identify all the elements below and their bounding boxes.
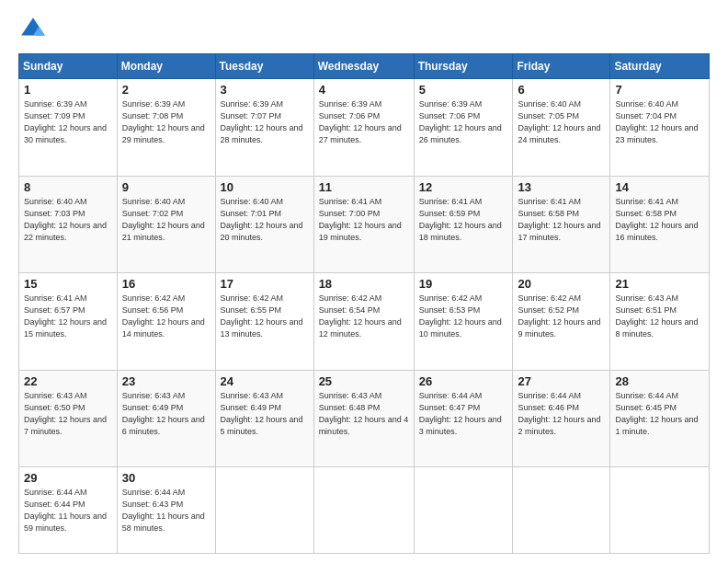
calendar-cell: 3 Sunrise: 6:39 AM Sunset: 7:07 PM Dayli… xyxy=(215,79,313,177)
day-info: Sunrise: 6:44 AM Sunset: 6:43 PM Dayligh… xyxy=(122,487,210,534)
day-info: Sunrise: 6:42 AM Sunset: 6:53 PM Dayligh… xyxy=(419,293,508,340)
calendar-cell: 2 Sunrise: 6:39 AM Sunset: 7:08 PM Dayli… xyxy=(117,79,215,177)
day-number: 4 xyxy=(319,83,409,97)
day-number: 29 xyxy=(24,471,112,485)
calendar-cell: 15 Sunrise: 6:41 AM Sunset: 6:57 PM Dayl… xyxy=(19,273,118,371)
day-number: 14 xyxy=(615,180,704,194)
day-info: Sunrise: 6:41 AM Sunset: 6:58 PM Dayligh… xyxy=(518,196,605,244)
day-number: 7 xyxy=(615,83,704,97)
day-info: Sunrise: 6:44 AM Sunset: 6:47 PM Dayligh… xyxy=(419,390,508,438)
logo xyxy=(18,15,53,44)
calendar-cell: 9 Sunrise: 6:40 AM Sunset: 7:02 PM Dayli… xyxy=(117,176,215,273)
calendar-cell: 24 Sunrise: 6:43 AM Sunset: 6:49 PM Dayl… xyxy=(215,370,313,467)
day-info: Sunrise: 6:39 AM Sunset: 7:08 PM Dayligh… xyxy=(122,98,210,146)
day-number: 16 xyxy=(122,277,210,291)
day-info: Sunrise: 6:44 AM Sunset: 6:45 PM Dayligh… xyxy=(615,390,704,438)
calendar-day-header: Friday xyxy=(513,54,610,79)
day-info: Sunrise: 6:42 AM Sunset: 6:52 PM Dayligh… xyxy=(518,293,605,340)
calendar-week-row: 8 Sunrise: 6:40 AM Sunset: 7:03 PM Dayli… xyxy=(19,176,710,273)
calendar-week-row: 15 Sunrise: 6:41 AM Sunset: 6:57 PM Dayl… xyxy=(19,273,710,371)
calendar-cell: 10 Sunrise: 6:40 AM Sunset: 7:01 PM Dayl… xyxy=(215,176,313,273)
calendar-cell: 28 Sunrise: 6:44 AM Sunset: 6:45 PM Dayl… xyxy=(610,370,710,467)
calendar-cell xyxy=(610,467,710,554)
calendar-cell: 25 Sunrise: 6:43 AM Sunset: 6:48 PM Dayl… xyxy=(313,370,414,467)
day-number: 28 xyxy=(615,374,704,388)
day-number: 27 xyxy=(518,374,605,388)
calendar-cell: 18 Sunrise: 6:42 AM Sunset: 6:54 PM Dayl… xyxy=(313,273,414,371)
calendar-cell: 19 Sunrise: 6:42 AM Sunset: 6:53 PM Dayl… xyxy=(414,273,513,371)
calendar-cell xyxy=(414,467,513,554)
day-info: Sunrise: 6:42 AM Sunset: 6:54 PM Dayligh… xyxy=(319,293,409,340)
day-info: Sunrise: 6:41 AM Sunset: 6:58 PM Dayligh… xyxy=(615,196,704,244)
day-info: Sunrise: 6:41 AM Sunset: 6:57 PM Dayligh… xyxy=(24,293,112,340)
day-number: 8 xyxy=(24,180,112,194)
page: SundayMondayTuesdayWednesdayThursdayFrid… xyxy=(0,0,728,563)
day-info: Sunrise: 6:39 AM Sunset: 7:07 PM Dayligh… xyxy=(221,98,309,146)
day-number: 1 xyxy=(24,83,112,97)
day-number: 21 xyxy=(615,277,704,291)
calendar-cell: 30 Sunrise: 6:44 AM Sunset: 6:43 PM Dayl… xyxy=(117,467,215,554)
day-info: Sunrise: 6:40 AM Sunset: 7:03 PM Dayligh… xyxy=(24,196,112,244)
day-info: Sunrise: 6:41 AM Sunset: 6:59 PM Dayligh… xyxy=(419,196,508,244)
day-info: Sunrise: 6:44 AM Sunset: 6:46 PM Dayligh… xyxy=(518,390,605,438)
calendar-cell: 4 Sunrise: 6:39 AM Sunset: 7:06 PM Dayli… xyxy=(313,79,414,177)
calendar-day-header: Thursday xyxy=(414,54,513,79)
day-info: Sunrise: 6:43 AM Sunset: 6:49 PM Dayligh… xyxy=(221,390,309,438)
day-number: 18 xyxy=(319,277,409,291)
calendar-cell xyxy=(215,467,313,554)
calendar-day-header: Wednesday xyxy=(313,54,414,79)
calendar-cell: 11 Sunrise: 6:41 AM Sunset: 7:00 PM Dayl… xyxy=(313,176,414,273)
day-number: 5 xyxy=(419,83,508,97)
calendar-cell: 8 Sunrise: 6:40 AM Sunset: 7:03 PM Dayli… xyxy=(19,176,118,273)
day-info: Sunrise: 6:39 AM Sunset: 7:09 PM Dayligh… xyxy=(24,98,112,146)
day-number: 11 xyxy=(319,180,409,194)
day-number: 2 xyxy=(122,83,210,97)
day-info: Sunrise: 6:42 AM Sunset: 6:56 PM Dayligh… xyxy=(122,293,210,340)
day-info: Sunrise: 6:39 AM Sunset: 7:06 PM Dayligh… xyxy=(319,98,409,146)
calendar-cell: 7 Sunrise: 6:40 AM Sunset: 7:04 PM Dayli… xyxy=(610,79,710,177)
logo-icon xyxy=(18,15,48,44)
calendar-cell: 20 Sunrise: 6:42 AM Sunset: 6:52 PM Dayl… xyxy=(513,273,610,371)
calendar-cell: 5 Sunrise: 6:39 AM Sunset: 7:06 PM Dayli… xyxy=(414,79,513,177)
day-info: Sunrise: 6:43 AM Sunset: 6:50 PM Dayligh… xyxy=(24,390,112,438)
day-info: Sunrise: 6:44 AM Sunset: 6:44 PM Dayligh… xyxy=(24,487,112,534)
day-number: 22 xyxy=(24,374,112,388)
calendar-cell: 13 Sunrise: 6:41 AM Sunset: 6:58 PM Dayl… xyxy=(513,176,610,273)
day-number: 9 xyxy=(122,180,210,194)
calendar-cell: 12 Sunrise: 6:41 AM Sunset: 6:59 PM Dayl… xyxy=(414,176,513,273)
calendar-cell: 17 Sunrise: 6:42 AM Sunset: 6:55 PM Dayl… xyxy=(215,273,313,371)
day-info: Sunrise: 6:40 AM Sunset: 7:05 PM Dayligh… xyxy=(518,98,605,146)
day-number: 24 xyxy=(221,374,309,388)
header xyxy=(18,15,710,44)
calendar-week-row: 29 Sunrise: 6:44 AM Sunset: 6:44 PM Dayl… xyxy=(19,467,710,554)
calendar-cell: 22 Sunrise: 6:43 AM Sunset: 6:50 PM Dayl… xyxy=(19,370,118,467)
day-number: 30 xyxy=(122,471,210,485)
day-number: 25 xyxy=(319,374,409,388)
day-number: 19 xyxy=(419,277,508,291)
calendar-week-row: 22 Sunrise: 6:43 AM Sunset: 6:50 PM Dayl… xyxy=(19,370,710,467)
day-info: Sunrise: 6:40 AM Sunset: 7:01 PM Dayligh… xyxy=(221,196,309,244)
calendar-cell: 26 Sunrise: 6:44 AM Sunset: 6:47 PM Dayl… xyxy=(414,370,513,467)
day-number: 6 xyxy=(518,83,605,97)
calendar-cell: 16 Sunrise: 6:42 AM Sunset: 6:56 PM Dayl… xyxy=(117,273,215,371)
calendar-cell: 23 Sunrise: 6:43 AM Sunset: 6:49 PM Dayl… xyxy=(117,370,215,467)
day-number: 26 xyxy=(419,374,508,388)
day-info: Sunrise: 6:39 AM Sunset: 7:06 PM Dayligh… xyxy=(419,98,508,146)
calendar-cell xyxy=(313,467,414,554)
day-number: 17 xyxy=(221,277,309,291)
day-number: 20 xyxy=(518,277,605,291)
calendar-day-header: Monday xyxy=(117,54,215,79)
calendar-cell: 6 Sunrise: 6:40 AM Sunset: 7:05 PM Dayli… xyxy=(513,79,610,177)
calendar-day-header: Tuesday xyxy=(215,54,313,79)
calendar-day-header: Saturday xyxy=(610,54,710,79)
calendar-cell: 1 Sunrise: 6:39 AM Sunset: 7:09 PM Dayli… xyxy=(19,79,118,177)
calendar-cell xyxy=(513,467,610,554)
day-number: 10 xyxy=(221,180,309,194)
day-info: Sunrise: 6:43 AM Sunset: 6:48 PM Dayligh… xyxy=(319,390,409,438)
calendar-week-row: 1 Sunrise: 6:39 AM Sunset: 7:09 PM Dayli… xyxy=(19,79,710,177)
day-number: 13 xyxy=(518,180,605,194)
day-number: 15 xyxy=(24,277,112,291)
day-number: 23 xyxy=(122,374,210,388)
day-info: Sunrise: 6:43 AM Sunset: 6:49 PM Dayligh… xyxy=(122,390,210,438)
calendar-cell: 14 Sunrise: 6:41 AM Sunset: 6:58 PM Dayl… xyxy=(610,176,710,273)
